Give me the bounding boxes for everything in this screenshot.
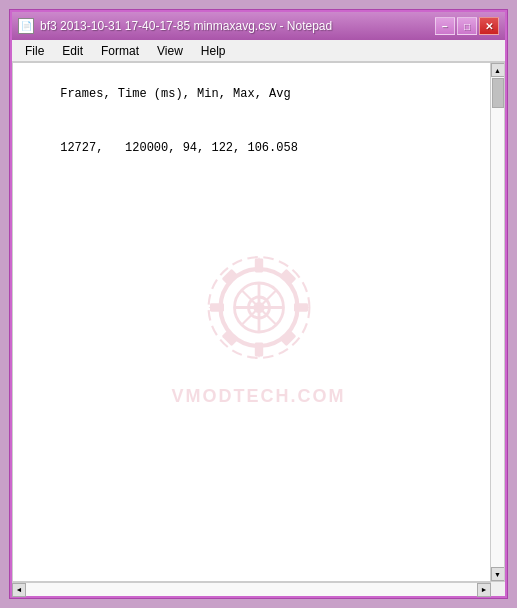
close-button[interactable]: ✕ xyxy=(479,17,499,35)
scroll-right-button[interactable]: ► xyxy=(477,583,491,597)
scroll-track-h[interactable] xyxy=(26,583,477,596)
scroll-track-v[interactable] xyxy=(491,77,504,567)
editor-content: Frames, Time (ms), Min, Max, Avg 12727, … xyxy=(17,67,490,581)
scrollbar-horizontal[interactable]: ◄ ► xyxy=(12,582,491,596)
scroll-thumb-v[interactable] xyxy=(492,78,504,108)
menu-edit[interactable]: Edit xyxy=(53,41,92,61)
maximize-button[interactable]: □ xyxy=(457,17,477,35)
scrollbar-vertical[interactable]: ▲ ▼ xyxy=(490,63,504,581)
app-icon-glyph: 📄 xyxy=(21,21,32,31)
editor-area[interactable]: VMODTECH.COM Frames, Time (ms), Min, Max… xyxy=(12,62,505,582)
scroll-down-button[interactable]: ▼ xyxy=(491,567,505,581)
menu-bar: File Edit Format View Help xyxy=(12,40,505,62)
menu-file[interactable]: File xyxy=(16,41,53,61)
minimize-button[interactable]: − xyxy=(435,17,455,35)
menu-format[interactable]: Format xyxy=(92,41,148,61)
menu-help[interactable]: Help xyxy=(192,41,235,61)
window-title: bf3 2013-10-31 17-40-17-85 minmaxavg.csv… xyxy=(40,19,332,33)
menu-view[interactable]: View xyxy=(148,41,192,61)
editor-line1: Frames, Time (ms), Min, Max, Avg xyxy=(60,87,290,101)
app-icon: 📄 xyxy=(18,18,34,34)
scroll-up-button[interactable]: ▲ xyxy=(491,63,505,77)
window-controls: − □ ✕ xyxy=(435,17,499,35)
title-bar-left: 📄 bf3 2013-10-31 17-40-17-85 minmaxavg.c… xyxy=(18,18,332,34)
title-bar: 📄 bf3 2013-10-31 17-40-17-85 minmaxavg.c… xyxy=(12,12,505,40)
notepad-window: 📄 bf3 2013-10-31 17-40-17-85 minmaxavg.c… xyxy=(10,10,507,598)
scroll-left-button[interactable]: ◄ xyxy=(12,583,26,597)
editor-line2: 12727, 120000, 94, 122, 106.058 xyxy=(60,141,298,155)
